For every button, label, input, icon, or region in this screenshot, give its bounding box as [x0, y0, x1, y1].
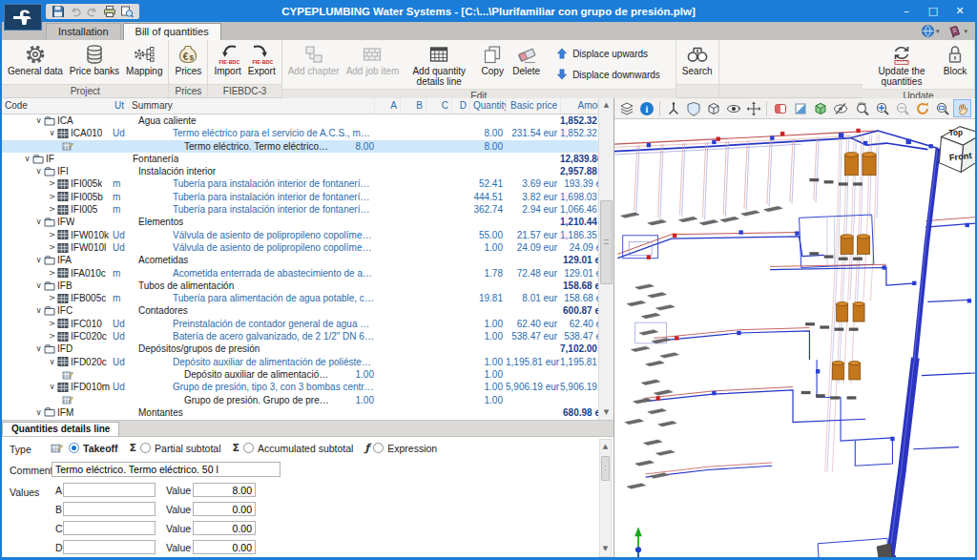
column-header-summary[interactable]: Summary: [129, 98, 374, 114]
navigation-cube[interactable]: Top Front: [939, 127, 977, 173]
zoom-window-icon[interactable]: [933, 99, 951, 117]
grid-row-IFA[interactable]: ∨IFAAcometidas129.01 eur: [2, 254, 613, 266]
zoom-previous-icon[interactable]: [893, 99, 911, 117]
collapse-arrow-icon[interactable]: ∨: [34, 216, 43, 228]
grid-row-IFB[interactable]: ∨IFBTubos de alimentación158.68 eur: [2, 280, 613, 292]
value-input-d[interactable]: [193, 540, 256, 554]
grid-row-IFM[interactable]: ∨IFMMontantes680.98 eur: [2, 406, 613, 419]
zoom-rotate-icon[interactable]: [853, 99, 871, 117]
export-button[interactable]: FIE·BDCExport: [245, 41, 279, 83]
expand-arrow-icon[interactable]: >: [48, 203, 56, 216]
hide-eye-icon[interactable]: [831, 99, 849, 117]
expression-input-c[interactable]: [63, 521, 156, 535]
clip-red-icon[interactable]: [771, 99, 789, 117]
expand-arrow-icon[interactable]: >: [48, 191, 56, 203]
grid-row-IFI005[interactable]: >IFI005mTubería para instalación interio…: [2, 203, 613, 216]
expand-arrow-icon[interactable]: >: [48, 241, 56, 254]
grid-row-IFB005c[interactable]: >IFB005cmTubería para alimentación de ag…: [2, 292, 613, 304]
pan-move-icon[interactable]: [744, 99, 762, 117]
collapse-arrow-icon[interactable]: ∨: [34, 114, 43, 127]
collapse-arrow-icon[interactable]: ∨: [34, 304, 43, 317]
expand-arrow-icon[interactable]: >: [48, 330, 56, 342]
expression-input-a[interactable]: [63, 483, 156, 497]
expression-input-b[interactable]: [63, 502, 156, 516]
expand-arrow-icon[interactable]: >: [48, 229, 56, 241]
orbit-icon[interactable]: [724, 99, 742, 117]
view-3d-canvas[interactable]: Top Front: [614, 119, 977, 559]
tab-quantities-details-line[interactable]: Quantities details line: [2, 422, 119, 436]
cube-view-icon[interactable]: [704, 99, 722, 117]
column-header-b[interactable]: B: [400, 98, 426, 114]
mapping-button[interactable]: Mapping: [123, 41, 165, 83]
column-header-d[interactable]: D: [451, 98, 469, 114]
value-input-c[interactable]: [193, 521, 256, 535]
grid-row-IFD020c[interactable]: ∨IFD020cUdDepósito auxiliar de alimentac…: [2, 356, 613, 368]
collapse-arrow-icon[interactable]: ∨: [48, 381, 56, 393]
copy-button[interactable]: Copy: [476, 41, 509, 88]
radio-accumulated-subtotal[interactable]: [243, 443, 254, 453]
rotate-orange-icon[interactable]: [913, 99, 931, 117]
search-button[interactable]: Search: [679, 41, 716, 83]
grid-row-IFI[interactable]: ∨IFIInstalación interior2,957.88 eur: [2, 165, 613, 177]
value-input-a[interactable]: [193, 483, 256, 497]
column-header-quantity[interactable]: Quantity: [469, 98, 506, 114]
full-screen-icon[interactable]: [973, 99, 977, 117]
price-banks-button[interactable]: Price banks: [67, 41, 122, 83]
value-input-b[interactable]: [193, 502, 256, 516]
grid-row-detail[interactable]: Termo eléctrico. Termo eléctrico. 50 l8.…: [2, 140, 613, 153]
grid-row-ICA[interactable]: ∨ICAAgua caliente1,852.32 eur: [2, 114, 613, 127]
collapse-arrow-icon[interactable]: ∨: [48, 127, 56, 139]
grid-row-IFW[interactable]: ∨IFWElementos1,210.44 eur: [2, 216, 613, 228]
grid-row-IFW010k[interactable]: >IFW010kUdVálvula de asiento de poliprop…: [2, 229, 613, 241]
grid-vertical-scrollbar[interactable]: ▲ ▼: [598, 98, 613, 420]
radio-expression[interactable]: [373, 443, 384, 453]
collapse-arrow-icon[interactable]: ∨: [34, 406, 43, 419]
column-header-a[interactable]: A: [374, 98, 400, 114]
grid-row-IFD[interactable]: ∨IFDDepósitos/grupos de presión7,102.00 …: [2, 342, 613, 355]
section-blue-icon[interactable]: [791, 99, 809, 117]
shield-icon[interactable]: [684, 99, 702, 117]
prices-button[interactable]: €$Prices: [172, 41, 204, 83]
collapse-arrow-icon[interactable]: ∨: [48, 356, 56, 368]
column-header-code[interactable]: Code: [2, 98, 112, 114]
scroll-up-arrow[interactable]: ▲: [600, 440, 611, 454]
collapse-arrow-icon[interactable]: ∨: [23, 153, 31, 165]
column-header-ut[interactable]: Ut: [112, 98, 129, 114]
help-book-icon[interactable]: [948, 24, 963, 38]
import-button[interactable]: FIE·BDCImport: [211, 41, 243, 83]
collapse-arrow-icon[interactable]: ∨: [34, 342, 43, 355]
grid-row-IFC010[interactable]: >IFC010UdPreinstalación de contador gene…: [2, 318, 613, 330]
comment-input[interactable]: [52, 462, 281, 477]
displace-downwards-button[interactable]: Displace downwards: [551, 68, 666, 81]
grid-row-IFC020c[interactable]: >IFC020cUdBatería de acero galvanizado, …: [2, 330, 613, 342]
grid-row-detail[interactable]: Depósito auxiliar de alimentación. Depós…: [2, 368, 613, 381]
add-quantity-details-line-button[interactable]: Add quantity details line: [403, 41, 475, 88]
scroll-down-arrow[interactable]: ▼: [600, 542, 611, 556]
grid-row-IFA010c[interactable]: >IFA010cmAcometida enterrada de abasteci…: [2, 267, 613, 280]
radio-takeoff[interactable]: [69, 443, 79, 453]
block-button[interactable]: Block: [939, 41, 971, 88]
delete-button[interactable]: Delete: [509, 41, 543, 88]
zoom-extents-icon[interactable]: [873, 99, 891, 117]
minimize-button[interactable]: –: [893, 2, 920, 21]
close-button[interactable]: ✕: [946, 2, 973, 21]
layers-icon[interactable]: [617, 99, 635, 117]
scroll-down-arrow[interactable]: ▼: [599, 405, 613, 420]
grid-row-IF[interactable]: ∨IFFontanería12,839.86 eur: [2, 153, 613, 165]
solid-green-icon[interactable]: [811, 99, 829, 117]
expression-input-d[interactable]: [63, 540, 156, 554]
maximize-button[interactable]: □: [920, 2, 946, 21]
scrollbar-thumb[interactable]: [601, 456, 610, 481]
grid-row-ICA010[interactable]: ∨ICA010UdTermo eléctrico para el servici…: [2, 127, 613, 139]
grid-row-IFD010m[interactable]: ∨IFD010mUdGrupo de presión, tipo 3, con …: [2, 381, 613, 393]
scrollbar-thumb[interactable]: [600, 200, 613, 284]
expand-arrow-icon[interactable]: >: [48, 292, 56, 304]
grid-row-detail[interactable]: Grupo de presión. Grupo de presión de 3 …: [2, 394, 613, 406]
collapse-arrow-icon[interactable]: ∨: [34, 280, 43, 292]
update-the-quantities-button[interactable]: Update the quantities: [865, 41, 938, 88]
tab-bill-of-quantities[interactable]: Bill of quantities: [123, 23, 221, 40]
column-header-basic-price[interactable]: Basic price: [506, 98, 560, 114]
expand-arrow-icon[interactable]: >: [48, 267, 56, 280]
column-header-c[interactable]: C: [426, 98, 451, 114]
grid-row-IFW010l[interactable]: >IFW010lUdVálvula de asiento de poliprop…: [2, 241, 613, 254]
